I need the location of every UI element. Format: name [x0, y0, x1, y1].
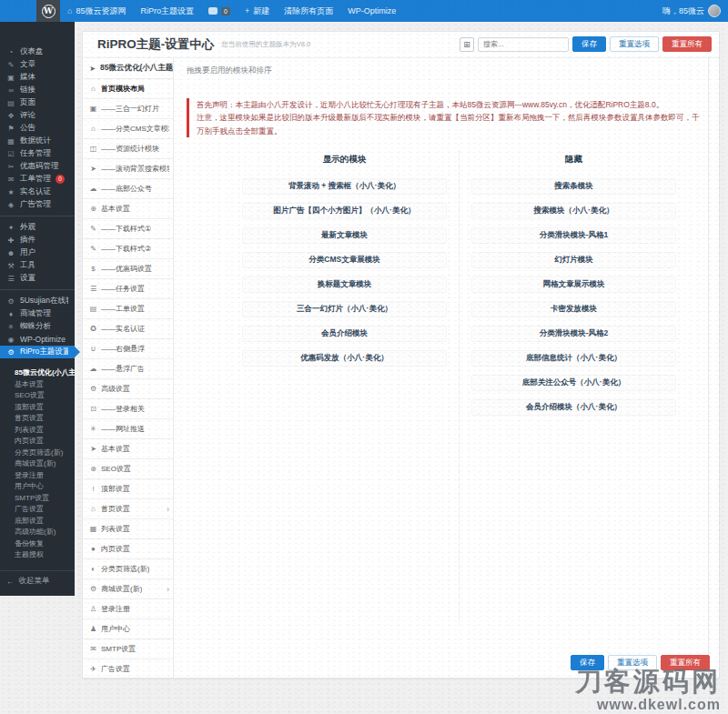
module-item[interactable]: 搜索模块（小八·美化）	[471, 203, 677, 219]
settings-nav-item[interactable]: ⚙ 商城设置(新) ›	[83, 579, 173, 599]
module-item[interactable]: 最新文章模块	[242, 227, 448, 244]
account-menu[interactable]: 嗨，85微云	[655, 0, 728, 22]
sidebar-menu-item[interactable]: ✳ 蜘蛛分析	[0, 320, 75, 333]
save-button[interactable]: 保存	[572, 36, 606, 52]
sidebar-submenu-item[interactable]: 85微云优化(小八主题)	[0, 367, 75, 379]
sidebar-submenu-item[interactable]: 分类页筛选(新)	[0, 448, 75, 459]
sidebar-menu-item[interactable]: ⚙ 5Usujian在线客服	[0, 295, 75, 307]
module-item[interactable]: 会员介绍模块（小八·美化）	[471, 399, 677, 416]
wp-optimize-link[interactable]: WP-Optimize	[340, 0, 403, 22]
settings-nav-item[interactable]: $ ——优惠码设置 ›	[83, 259, 173, 279]
clear-pages-link[interactable]: 清除所有页面	[277, 0, 340, 22]
settings-nav-item[interactable]: ✎ ——下载样式② ›	[83, 239, 173, 259]
settings-nav-item[interactable]: ♟ 用户中心 ›	[83, 619, 173, 639]
module-item[interactable]: 背景滚动 + 搜索框（小八·美化）	[242, 178, 448, 195]
settings-nav-item[interactable]: ✈ 广告设置 ›	[83, 659, 173, 678]
sidebar-menu-item[interactable]: ✉ 工单管理 0	[0, 173, 75, 186]
settings-nav-item[interactable]: ☰ ——任务设置 ›	[83, 279, 173, 299]
sidebar-menu-item[interactable]: ◉ WP-Optimize	[0, 333, 75, 346]
sidebar-submenu-item[interactable]: 内页设置	[0, 436, 75, 448]
settings-nav-item[interactable]: ☁ ——底部公众号 ›	[83, 179, 173, 199]
theme-settings-link[interactable]: RiPro主题设置	[133, 0, 201, 22]
sidebar-menu-item[interactable]: ⚑ 公告	[0, 122, 75, 135]
settings-nav-item[interactable]: ⊕ 基本设置 ›	[83, 199, 173, 219]
wp-logo-menu[interactable]: W	[36, 0, 60, 22]
save-button-footer[interactable]: 保存	[571, 655, 604, 670]
site-name-link[interactable]: ⌂ 85微云资源网	[60, 0, 133, 22]
module-item[interactable]: 搜索条模块	[471, 178, 677, 195]
sidebar-submenu-item[interactable]: 首页设置	[0, 413, 75, 425]
sidebar-submenu-item[interactable]: SEO设置	[0, 390, 75, 402]
settings-nav-item[interactable]: ◐ 分类页筛选(新) ›	[83, 559, 173, 579]
sidebar-submenu-item[interactable]: 用户中心	[0, 481, 75, 493]
new-content-link[interactable]: + 新建	[238, 0, 277, 22]
module-item[interactable]: 分类滑块模块-风格1	[471, 227, 677, 244]
settings-nav-item[interactable]: ⌂ 首页模块布局 ›	[83, 79, 173, 99]
module-item[interactable]: 分类滑块模块-风格2	[471, 326, 677, 342]
sidebar-submenu-item[interactable]: 商城设置(新)	[0, 458, 75, 470]
sidebar-menu-item[interactable]: ☑ 任务管理	[0, 147, 75, 160]
module-item[interactable]: 卡密发放模块	[471, 301, 677, 317]
sidebar-menu-item[interactable]: ▦ 数据统计	[0, 135, 75, 147]
sidebar-menu-item[interactable]: ◔ 仪表盘	[0, 45, 75, 58]
module-item[interactable]: 换标题文章模块	[242, 277, 448, 293]
settings-nav-item[interactable]: ⊕ SEO设置 ›	[83, 459, 173, 479]
search-input[interactable]	[478, 37, 569, 52]
module-item[interactable]: 幻灯片模块	[471, 252, 677, 268]
sidebar-menu-item[interactable]: ✎ 文章	[0, 58, 75, 71]
settings-nav-item[interactable]: ⊡ ——登录相关 ›	[83, 399, 173, 419]
settings-nav-item[interactable]: ⌂ ——分类CMS文章模块 ›	[83, 119, 173, 139]
settings-nav-item[interactable]: ➤ ——滚动背景搜索模块 ›	[83, 159, 173, 179]
settings-nav-item[interactable]: ✎ ——下载样式① ›	[83, 219, 173, 239]
module-item[interactable]: 会员介绍模块	[242, 326, 448, 342]
sidebar-menu-item[interactable]: ✦ 外观	[0, 221, 75, 234]
sidebar-submenu-item[interactable]: 列表设置	[0, 425, 75, 437]
collapse-menu-button[interactable]: ← 收起菜单	[0, 570, 75, 588]
sidebar-menu-item[interactable]: ★ 实名认证	[0, 186, 75, 198]
sidebar-menu-item[interactable]: ⚒ 工具	[0, 259, 75, 272]
module-item[interactable]: 三合一幻灯片（小八·美化）	[242, 301, 448, 317]
settings-nav-item[interactable]: ✉ SMTP设置 ›	[83, 639, 173, 659]
settings-nav-item[interactable]: ▦ 列表设置 ›	[83, 519, 173, 539]
sidebar-submenu-item[interactable]: 广告设置	[0, 504, 75, 516]
settings-nav-item[interactable]: ▣ ——三合一幻灯片 ›	[83, 99, 173, 119]
settings-nav-item[interactable]: ➤ 基本设置 ›	[83, 439, 173, 459]
sidebar-submenu-item[interactable]: 高级功能(新)	[0, 527, 75, 538]
settings-nav-item[interactable]: ● 内页设置 ›	[83, 539, 173, 559]
reset-options-button[interactable]: 重置选项	[610, 36, 659, 52]
reset-all-button-footer[interactable]: 重置所有	[661, 655, 710, 670]
module-item[interactable]: 分类CMS文章展模块	[242, 252, 448, 268]
sidebar-menu-item[interactable]: ∞ 链接	[0, 84, 75, 96]
sidebar-submenu-item[interactable]: 主题授权	[0, 549, 75, 561]
settings-nav-item[interactable]: ⌂ 首页设置 ›	[83, 499, 173, 519]
reset-options-button-footer[interactable]: 重置选项	[608, 655, 657, 670]
settings-nav-item[interactable]: ▤ ——工单设置 ›	[83, 299, 173, 319]
sidebar-menu-item[interactable]: ▤ 页面	[0, 96, 75, 109]
module-item[interactable]: 网格文章展示模块	[471, 277, 677, 293]
module-item[interactable]: 底部关注公众号（小八·美化）	[471, 375, 677, 391]
sidebar-submenu-item[interactable]: 基本设置	[0, 379, 75, 391]
comments-link[interactable]: 0	[201, 0, 238, 22]
sidebar-menu-item[interactable]: ❖ 评论	[0, 109, 75, 122]
sidebar-submenu-item[interactable]: 登录注册	[0, 470, 75, 482]
module-item[interactable]: 底部信息统计（小八·美化）	[471, 350, 677, 367]
sidebar-menu-item[interactable]: ☻ 用户	[0, 246, 75, 259]
sidebar-submenu-item[interactable]: SMTP设置	[0, 493, 75, 505]
module-item[interactable]: 优惠码发放（小八·美化）	[242, 350, 448, 367]
sidebar-submenu-item[interactable]: 备份恢复	[0, 538, 75, 550]
sidebar-menu-item[interactable]: ✚ 插件	[0, 234, 75, 246]
sidebar-menu-item[interactable]: ✂ 优惠码管理	[0, 160, 75, 173]
settings-nav-item[interactable]: ◫ ——资源统计模块 ›	[83, 139, 173, 159]
sidebar-menu-item[interactable]: ⚙ RiPro主题设置	[0, 346, 75, 358]
settings-nav-item[interactable]: ☁ ——悬浮广告 ›	[83, 359, 173, 379]
reset-all-button[interactable]: 重置所有	[662, 36, 712, 52]
sidebar-menu-item[interactable]: ▣ 媒体	[0, 71, 75, 84]
settings-nav-item[interactable]: ! 顶部设置 ›	[83, 479, 173, 499]
settings-nav-item[interactable]: ✳ ——网址推送 ›	[83, 419, 173, 439]
sidebar-menu-item[interactable]: ◈ 广告管理	[0, 198, 75, 211]
sidebar-submenu-item[interactable]: 底部设置	[0, 516, 75, 528]
sidebar-menu-item[interactable]: ♦ 商城管理	[0, 307, 75, 320]
module-item[interactable]: 图片广告【四个小方图片】（小八·美化）	[242, 203, 448, 219]
settings-nav-item[interactable]: ∪ ——右侧悬浮 ›	[83, 339, 173, 359]
settings-nav-item[interactable]: ✪ ——实名认证 ›	[83, 319, 173, 339]
